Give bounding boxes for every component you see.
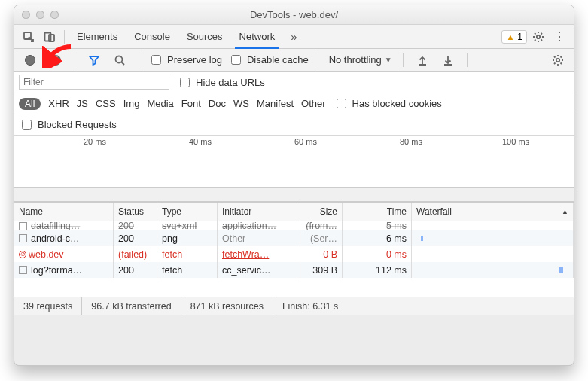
clear-button[interactable] <box>46 51 66 69</box>
import-har-icon[interactable] <box>413 51 432 69</box>
sort-asc-icon: ▲ <box>562 208 568 215</box>
export-har-icon[interactable] <box>438 51 458 69</box>
filter-media[interactable]: Media <box>147 98 173 109</box>
preserve-log-checkbox[interactable]: Preserve log <box>148 53 222 67</box>
table-row[interactable]: log?forma…200fetchcc_servic…309 B112 ms <box>14 262 574 278</box>
status-bar: 39 requests 96.7 kB transferred 871 kB r… <box>14 297 574 315</box>
overview-tick: 80 ms <box>400 137 422 146</box>
cell-status: (failed) <box>114 246 157 262</box>
overview-tick: 20 ms <box>84 137 106 146</box>
search-icon[interactable] <box>110 51 129 69</box>
filter-all[interactable]: All <box>19 98 41 110</box>
cell-waterfall <box>412 262 574 278</box>
cell-name: log?forma… <box>14 262 114 278</box>
request-table-header: Name Status Type Initiator Size Time Wat… <box>14 202 574 221</box>
cell-waterfall <box>412 246 574 262</box>
network-toolbar: Preserve log Disable cache No throttling… <box>14 49 574 72</box>
more-tabs-icon[interactable]: » <box>284 28 303 46</box>
record-button[interactable] <box>20 51 40 69</box>
table-row[interactable]: android-c…200pngOther(Ser…6 ms <box>14 230 574 246</box>
col-initiator[interactable]: Initiator <box>218 203 300 221</box>
devtools-tabbar: Elements Console Sources Network » ▲ 1 ⋮ <box>14 25 574 49</box>
svg-point-3 <box>537 35 540 38</box>
kebab-menu-icon[interactable]: ⋮ <box>550 28 569 46</box>
has-blocked-cookies-checkbox[interactable]: Has blocked cookies <box>334 96 442 111</box>
tab-console[interactable]: Console <box>126 25 178 49</box>
cell-status: 200 <box>114 230 157 246</box>
warnings-badge[interactable]: ▲ 1 <box>501 30 527 44</box>
overview-tick: 40 ms <box>189 137 212 146</box>
warning-icon: ▲ <box>506 32 514 41</box>
filter-ws[interactable]: WS <box>233 98 249 109</box>
overview-tick: 100 ms <box>502 137 529 146</box>
filter-font[interactable]: Font <box>181 98 201 109</box>
filter-toggle-icon[interactable] <box>84 51 104 69</box>
settings-icon[interactable] <box>529 28 548 46</box>
filter-manifest[interactable]: Manifest <box>257 98 294 109</box>
status-requests: 39 requests <box>14 297 82 315</box>
cell-waterfall <box>412 230 574 246</box>
filter-xhr[interactable]: XHR <box>48 98 69 109</box>
filter-doc[interactable]: Doc <box>209 98 226 109</box>
col-waterfall[interactable]: Waterfall▲ <box>412 203 574 221</box>
filter-img[interactable]: Img <box>123 98 140 109</box>
cell-size: (Ser… <box>300 230 343 246</box>
resource-type-filter: All XHR JS CSS Img Media Font Doc WS Man… <box>14 93 574 114</box>
cell-status: 200 <box>114 262 157 278</box>
window-titlebar: DevTools - web.dev/ <box>14 5 574 25</box>
filter-row: Hide data URLs <box>14 72 574 93</box>
device-toolbar-icon[interactable] <box>40 28 59 46</box>
cell-size: 0 B <box>300 246 343 262</box>
throttling-select[interactable]: No throttling▼ <box>328 54 394 66</box>
svg-line-5 <box>53 56 59 63</box>
filter-js[interactable]: JS <box>77 98 88 109</box>
cell-initiator[interactable]: cc_servic… <box>218 262 300 278</box>
filter-css[interactable]: CSS <box>96 98 116 109</box>
status-finish: Finish: 6.31 s <box>273 297 347 315</box>
cell-name: android-c… <box>14 230 114 246</box>
cell-time: 6 ms <box>343 230 412 246</box>
status-transferred: 96.7 kB transferred <box>82 297 181 315</box>
col-status[interactable]: Status <box>114 203 157 221</box>
svg-point-6 <box>116 56 123 62</box>
col-time[interactable]: Time <box>343 203 412 221</box>
network-settings-icon[interactable] <box>548 51 568 69</box>
col-name[interactable]: Name <box>14 203 114 221</box>
table-row[interactable]: datafilling…200svg+xmlapplication…(from…… <box>14 221 574 230</box>
tab-elements[interactable]: Elements <box>69 25 125 49</box>
table-row[interactable]: ⊘web.dev(failed)fetchfetchWra…0 B0 ms <box>14 246 574 262</box>
cell-type: fetch <box>157 246 218 262</box>
cell-type: fetch <box>157 262 218 278</box>
timeline-overview[interactable]: 20 ms 40 ms 60 ms 80 ms 100 ms <box>14 136 574 188</box>
cell-name: ⊘web.dev <box>14 246 114 262</box>
window-title: DevTools - web.dev/ <box>14 9 574 20</box>
tab-network[interactable]: Network <box>232 25 283 49</box>
hide-data-urls-checkbox[interactable]: Hide data URLs <box>177 75 265 90</box>
overview-tick: 60 ms <box>294 137 317 146</box>
blocked-requests-checkbox[interactable]: Blocked Requests <box>19 117 569 132</box>
cell-initiator[interactable]: fetchWra… <box>218 246 300 262</box>
svg-line-7 <box>122 62 125 65</box>
status-resources: 871 kB resources <box>181 297 273 315</box>
cell-type: png <box>157 230 218 246</box>
chevron-down-icon: ▼ <box>385 56 392 64</box>
request-table-body: datafilling…200svg+xmlapplication…(from…… <box>14 221 574 297</box>
filter-input[interactable] <box>19 75 169 90</box>
warning-count: 1 <box>517 32 522 42</box>
cell-time: 0 ms <box>343 246 412 262</box>
cell-time: 112 ms <box>343 262 412 278</box>
filter-other[interactable]: Other <box>301 98 326 109</box>
svg-point-8 <box>556 58 559 61</box>
cell-initiator[interactable]: Other <box>218 230 300 246</box>
disable-cache-checkbox[interactable]: Disable cache <box>228 53 309 67</box>
tab-sources[interactable]: Sources <box>179 25 230 49</box>
col-type[interactable]: Type <box>157 203 218 221</box>
col-size[interactable]: Size <box>300 203 343 221</box>
cell-size: 309 B <box>300 262 343 278</box>
inspect-element-icon[interactable] <box>19 28 38 46</box>
